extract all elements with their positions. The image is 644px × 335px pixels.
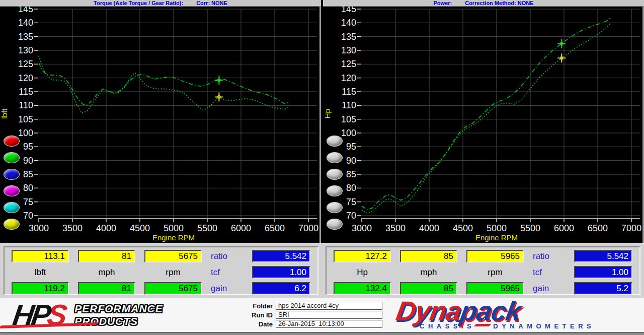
- torque-plot[interactable]: 7075808590951001051101151201251301351401…: [0, 7, 319, 245]
- torque-compare-mph-field: 81: [78, 282, 135, 295]
- svg-text:80: 80: [23, 183, 33, 193]
- torque-cursor-marker-0: [215, 76, 223, 85]
- svg-text:145: 145: [18, 7, 33, 14]
- hps-tagline-line2: PRODUCTS: [74, 315, 163, 327]
- svg-text:85: 85: [23, 169, 33, 179]
- hps-logo-mark: HPS: [2, 300, 66, 329]
- hps-logo-hp-text: HP: [11, 298, 51, 331]
- svg-text:100: 100: [18, 128, 33, 138]
- trace-button-right-slot-1[interactable]: [327, 136, 343, 147]
- power-compare-value-field: 132.4: [334, 282, 391, 295]
- folder-field[interactable]: hps 2014 accord 4cy: [276, 302, 382, 310]
- torque-gain-label: gain: [211, 282, 243, 295]
- power-chart-title: Power:: [434, 0, 452, 7]
- power-gain-field: 5.2: [574, 282, 632, 295]
- svg-text:6500: 6500: [588, 223, 608, 233]
- trace-button-left-red[interactable]: [4, 136, 20, 147]
- svg-text:7000: 7000: [298, 223, 318, 233]
- torque-chart-correction: Corr: NONE: [196, 0, 227, 7]
- power-gridlines: [361, 9, 640, 219]
- date-label: Date: [245, 320, 273, 328]
- svg-text:130: 130: [341, 45, 356, 55]
- torque-comparison-run-dashdot: [39, 63, 288, 105]
- svg-text:70: 70: [23, 211, 33, 221]
- trace-button-left-cyan[interactable]: [4, 202, 20, 213]
- svg-text:3000: 3000: [29, 223, 49, 233]
- torque-cursor-value-field: 113.1: [12, 250, 69, 262]
- svg-text:120: 120: [341, 73, 356, 83]
- torque-unit-label: lbft: [12, 266, 69, 279]
- svg-text:120: 120: [18, 73, 33, 83]
- torque-gain-field: 6.2: [252, 282, 310, 295]
- run-id-field[interactable]: SRI: [276, 311, 382, 319]
- svg-text:75: 75: [346, 197, 356, 207]
- hps-logo: HPS PERFORMANCE PRODUCTS: [4, 300, 245, 329]
- svg-text:7000: 7000: [621, 223, 641, 233]
- torque-tcf-field: 1.00: [252, 266, 310, 279]
- bottom-strip: [0, 332, 644, 335]
- svg-text:4000: 4000: [96, 223, 116, 233]
- svg-text:5500: 5500: [197, 223, 217, 233]
- trace-button-right-slot-4[interactable]: [327, 185, 343, 196]
- folder-label: Folder: [245, 302, 273, 310]
- svg-text:105: 105: [18, 114, 33, 124]
- svg-text:3500: 3500: [385, 223, 406, 233]
- torque-compare-value-field: 119.2: [12, 282, 69, 295]
- svg-text:140: 140: [341, 18, 356, 28]
- trace-button-left-yellow[interactable]: [4, 219, 20, 230]
- power-mph-unit-label: mph: [400, 266, 457, 279]
- torque-data-panel: 113.1 81 5675 ratio 5.542 lbft mph rpm t…: [4, 246, 318, 295]
- torque-chart-area: 7075808590951001051101151201251301351401…: [0, 7, 321, 243]
- trace-button-left-green[interactable]: [4, 152, 20, 163]
- power-x-axis: 300035004000450050005500600065007000Engi…: [352, 219, 641, 242]
- svg-text:70: 70: [346, 211, 356, 221]
- torque-cursor-rpm-field: 5675: [144, 250, 202, 262]
- power-chart-correction: Correction Method: NONE: [465, 0, 533, 7]
- torque-tcf-label: tcf: [211, 266, 243, 279]
- torque-chart-titlebar: Torque (Axle Torque / Gear Ratio): Corr:…: [0, 0, 321, 7]
- svg-text:5500: 5500: [520, 223, 540, 233]
- svg-text:110: 110: [19, 100, 33, 110]
- trace-button-left-magenta[interactable]: [4, 185, 20, 196]
- svg-text:100: 100: [341, 128, 356, 138]
- torque-chart-panel: Torque (Axle Torque / Gear Ratio): Corr:…: [0, 0, 321, 243]
- date-field[interactable]: 26-Jan-2015 10:13:00: [276, 320, 382, 328]
- torque-cursor-marker-1: [215, 92, 223, 101]
- run-id-label: Run ID: [245, 311, 273, 319]
- svg-text:90: 90: [23, 156, 33, 166]
- svg-text:115: 115: [19, 87, 33, 97]
- torque-ratio-label: ratio: [211, 250, 243, 262]
- trace-button-right-slot-5[interactable]: [327, 202, 343, 213]
- torque-ratio-field: 5.542: [252, 250, 310, 262]
- power-plot[interactable]: 7075808590951001051101151201251301351401…: [323, 7, 642, 245]
- svg-text:95: 95: [23, 142, 33, 152]
- data-readout-row: 113.1 81 5675 ratio 5.542 lbft mph rpm t…: [0, 243, 644, 298]
- svg-text:Engine RPM: Engine RPM: [152, 233, 195, 242]
- trace-button-right-slot-6[interactable]: [327, 219, 343, 230]
- power-data-panel: 127.2 85 5965 ratio 5.542 Hp mph rpm tcf…: [326, 246, 640, 295]
- trace-button-left-blue[interactable]: [4, 169, 20, 180]
- svg-text:145: 145: [341, 7, 356, 14]
- svg-text:lbft: lbft: [0, 108, 9, 119]
- dynapack-logo: Dynapack CHASSIS DYNAMOMETERS: [389, 300, 640, 330]
- power-compare-rpm-field: 5965: [466, 282, 524, 295]
- power-unit-label: Hp: [334, 266, 391, 279]
- torque-cursor-mph-field: 81: [78, 250, 135, 262]
- trace-button-right-slot-3[interactable]: [327, 169, 343, 180]
- trace-button-right-slot-2[interactable]: [327, 152, 343, 163]
- power-cursor-rpm-field: 5965: [466, 250, 524, 262]
- power-rpm-unit-label: rpm: [466, 266, 524, 279]
- svg-text:80: 80: [346, 183, 356, 193]
- svg-text:125: 125: [18, 59, 33, 69]
- dynapack-slash-icon: [474, 324, 492, 326]
- torque-chart-title: Torque (Axle Torque / Gear Ratio):: [94, 0, 183, 7]
- svg-text:110: 110: [342, 100, 356, 110]
- run-info: Folder hps 2014 accord 4cy Run ID SRI Da…: [245, 301, 389, 329]
- svg-text:135: 135: [18, 32, 33, 42]
- svg-text:6000: 6000: [554, 223, 574, 233]
- svg-text:Engine RPM: Engine RPM: [475, 233, 518, 242]
- power-chart-panel: Power: Correction Method: NONE 707580859…: [323, 0, 644, 243]
- svg-text:140: 140: [18, 18, 33, 28]
- svg-text:3000: 3000: [352, 223, 372, 233]
- svg-text:85: 85: [346, 169, 356, 179]
